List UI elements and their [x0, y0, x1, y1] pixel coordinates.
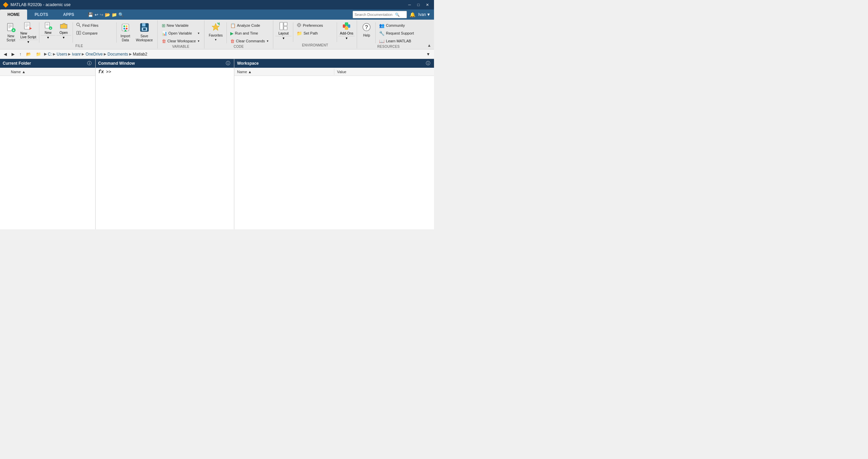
request-support-label: Request Support — [386, 31, 414, 35]
breadcrumb-onedrive[interactable]: OneDrive — [85, 52, 103, 57]
divider-1 — [39, 22, 39, 43]
folder-icon[interactable]: 📁 — [112, 12, 117, 17]
svg-rect-19 — [79, 31, 81, 35]
search-input[interactable] — [354, 13, 395, 17]
open-variable-button[interactable]: 📊 Open Variable ▼ — [160, 29, 202, 37]
command-window-info-button[interactable]: ⓘ — [225, 60, 231, 66]
new-script-button[interactable]: + NewScript — [3, 21, 18, 41]
save-workspace-label: SaveWorkspace — [136, 34, 153, 42]
save-quick-icon[interactable]: 💾 — [88, 12, 93, 17]
create-folder-button[interactable]: 📁 — [34, 51, 43, 58]
breadcrumb-documents[interactable]: Documents — [107, 52, 128, 57]
open-top[interactable]: Open — [56, 21, 71, 35]
layout-dropdown[interactable]: ▼ — [275, 36, 292, 40]
path-dropdown-button[interactable]: ▼ — [425, 51, 432, 58]
resources-section-label: RESOURCES — [377, 45, 400, 49]
new-button: + New ▼ — [41, 21, 56, 40]
set-path-button[interactable]: 📁 Set Path — [295, 29, 335, 37]
minimize-button[interactable]: ─ — [406, 1, 414, 8]
user-dropdown-arrow-icon: ▼ — [427, 12, 431, 17]
breadcrumb-matlab2[interactable]: Matlab2 — [133, 52, 147, 57]
add-ons-top[interactable]: Add-Ons — [338, 21, 355, 36]
run-and-time-button[interactable]: ▶ Run and Time — [228, 29, 271, 37]
analyze-code-label: Analyze Code — [237, 23, 260, 27]
ribbon-collapse-button[interactable]: ▲ — [427, 43, 431, 48]
compare-button[interactable]: Compare — [74, 29, 115, 37]
clear-workspace-label: Clear Workspace — [167, 39, 196, 43]
request-support-button[interactable]: 🔧 Request Support — [377, 29, 418, 37]
name-column-header[interactable]: Name ▲ — [11, 70, 25, 74]
save-workspace-button[interactable]: SaveWorkspace — [134, 21, 155, 41]
main-area: Current Folder ⓘ Name ▲ Details ^ Comman… — [0, 59, 434, 229]
breadcrumb-drive-label[interactable]: C: — [48, 52, 52, 57]
preferences-icon — [297, 23, 301, 28]
svg-rect-23 — [123, 28, 125, 29]
panel-header-actions: ⓘ — [86, 60, 93, 66]
compare-icon — [76, 30, 81, 36]
new-live-script-top[interactable]: NewLive Script — [19, 21, 38, 40]
svg-text:?: ? — [365, 24, 368, 30]
variable-section-label: VARIABLE — [172, 45, 190, 49]
breadcrumb-ivanr[interactable]: ivanr — [72, 52, 81, 57]
tab-home[interactable]: HOME — [0, 9, 27, 20]
preferences-button[interactable]: Preferences — [295, 22, 335, 29]
find-files-button[interactable]: Find Files — [74, 22, 115, 29]
divider-6 — [337, 22, 337, 42]
back-button[interactable]: ◀ — [2, 51, 8, 58]
new-top[interactable]: + New — [41, 21, 56, 35]
clear-commands-button[interactable]: 🗑 Clear Commands ▼ — [228, 37, 271, 45]
divider-4 — [226, 22, 227, 43]
up-folder-button[interactable]: ↑ — [18, 51, 23, 58]
forward-button[interactable]: ▶ — [10, 51, 16, 58]
open-quick-icon[interactable]: 📂 — [105, 12, 110, 17]
code-small-tools: 📋 Analyze Code ▶ Run and Time 🗑 Clear Co… — [228, 21, 271, 45]
run-and-time-icon: ▶ — [230, 31, 234, 36]
undo-icon[interactable]: ↩ — [95, 12, 98, 17]
analyze-code-icon: 📋 — [230, 23, 236, 28]
help-button[interactable]: ? Help — [359, 21, 374, 41]
new-live-script-dropdown[interactable]: ▼ — [19, 40, 38, 44]
close-button[interactable]: ✕ — [423, 1, 431, 8]
import-data-label: ImportData — [121, 34, 130, 42]
svg-rect-21 — [123, 25, 125, 27]
new-live-script-label: NewLive Script — [20, 32, 36, 39]
open-icon — [60, 22, 68, 31]
layout-top[interactable]: Layout — [275, 21, 292, 36]
browse-folder-button[interactable]: 📂 — [24, 51, 33, 58]
add-ons-dropdown[interactable]: ▼ — [338, 36, 355, 40]
preferences-label: Preferences — [303, 23, 323, 27]
analyze-code-button[interactable]: 📋 Analyze Code — [228, 22, 271, 29]
breadcrumb-sep-1: ▶ — [53, 52, 56, 56]
new-variable-button[interactable]: ⊞ New Variable — [160, 22, 202, 29]
favorites-button[interactable]: Favorites ▼ — [206, 21, 225, 41]
svg-rect-22 — [126, 25, 127, 27]
help-icon: ? — [362, 23, 371, 33]
open-dropdown[interactable]: ▼ — [56, 35, 71, 40]
workspace-name-col[interactable]: Name ▲ — [234, 69, 334, 75]
command-window-body[interactable]: fx >> — [96, 68, 234, 229]
file-tools: + NewScript — [3, 21, 155, 44]
tab-apps[interactable]: APPS — [56, 9, 82, 20]
browse-icon[interactable]: 🔍 — [118, 12, 124, 17]
command-window-header: Command Window ⓘ — [96, 59, 234, 68]
request-support-icon: 🔧 — [379, 31, 384, 36]
tab-plots[interactable]: PLOTS — [27, 9, 56, 20]
clear-workspace-button[interactable]: 🗑 Clear Workspace ▼ — [160, 37, 202, 45]
new-script-icon: + — [6, 23, 16, 34]
breadcrumb-users[interactable]: Users — [57, 52, 67, 57]
workspace-info-button[interactable]: ⓘ — [425, 60, 431, 66]
import-data-button[interactable]: ImportData — [118, 21, 133, 41]
current-folder-info-button[interactable]: ⓘ — [86, 60, 93, 66]
redo-icon[interactable]: ↪ — [100, 12, 103, 17]
community-button[interactable]: 👥 Community — [377, 22, 418, 29]
user-menu-button[interactable]: Ivan ▼ — [418, 12, 431, 17]
run-and-time-label: Run and Time — [235, 31, 258, 35]
notification-bell-icon[interactable]: 🔔 — [410, 12, 415, 17]
maximize-button[interactable]: □ — [414, 1, 422, 8]
workspace-value-col[interactable]: Value — [334, 69, 434, 75]
titlebar-controls: ─ □ ✕ — [406, 1, 431, 8]
learn-matlab-button[interactable]: 📖 Learn MATLAB — [377, 37, 418, 45]
new-dropdown[interactable]: ▼ — [41, 35, 56, 40]
open-label: Open — [59, 31, 67, 35]
add-ons-label: Add-Ons — [340, 32, 353, 35]
